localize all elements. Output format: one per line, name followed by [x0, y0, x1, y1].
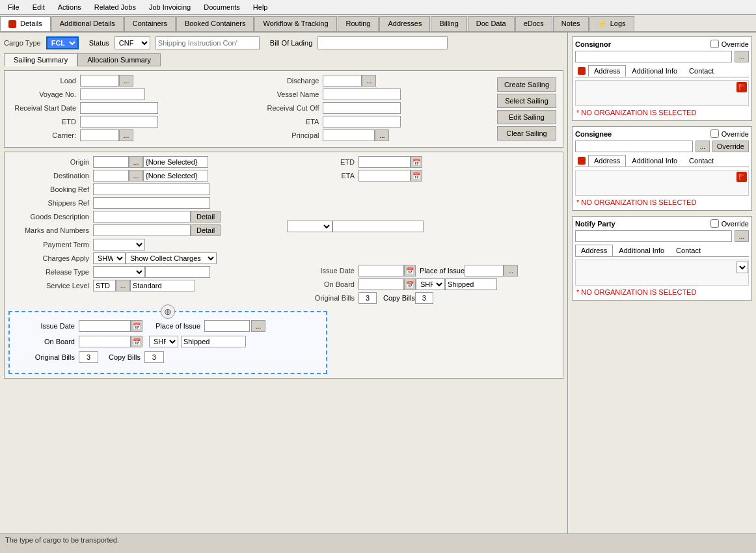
- menu-job-invoicing[interactable]: Job Invoicing: [146, 2, 193, 12]
- vessel-name-input[interactable]: [323, 88, 401, 100]
- consignee-tab-address[interactable]: Address: [588, 155, 626, 167]
- status-select[interactable]: CNF: [115, 36, 150, 49]
- marks-numbers-detail-button[interactable]: Detail: [191, 224, 221, 236]
- service-level-browse[interactable]: ...: [116, 280, 130, 291]
- payment-term-select[interactable]: [93, 239, 145, 250]
- notify-party-browse[interactable]: ...: [735, 230, 749, 242]
- consignor-input[interactable]: [575, 51, 732, 62]
- bill-of-lading-input[interactable]: [317, 36, 448, 49]
- tab-containers[interactable]: Containers: [124, 16, 176, 31]
- select-sailing-button[interactable]: Select Sailing: [497, 94, 556, 108]
- popup-on-board-calendar[interactable]: 📅: [131, 336, 142, 347]
- booking-type-select[interactable]: [287, 221, 332, 232]
- etd-calendar-btn[interactable]: 📅: [411, 156, 422, 168]
- load-browse[interactable]: ...: [119, 75, 133, 87]
- consignor-browse[interactable]: ...: [735, 51, 749, 62]
- eta-right-input[interactable]: [358, 170, 411, 182]
- move-handle[interactable]: ⊕: [161, 304, 175, 319]
- cargo-type-select[interactable]: FCL: [46, 36, 79, 49]
- place-of-issue-browse[interactable]: ...: [504, 265, 518, 276]
- discharge-browse[interactable]: ...: [362, 75, 376, 87]
- sub-tab-sailing-summary[interactable]: Sailing Summary: [4, 53, 77, 66]
- marks-numbers-input[interactable]: [93, 224, 191, 236]
- consignee-input[interactable]: [575, 141, 693, 152]
- consignor-address-input[interactable]: [577, 82, 734, 94]
- consignor-tab-contact[interactable]: Contact: [683, 65, 720, 77]
- popup-shipped-input[interactable]: [181, 336, 246, 347]
- menu-edit[interactable]: Edit: [30, 2, 47, 12]
- consignor-override-checkbox[interactable]: [710, 40, 719, 48]
- voyage-no-input[interactable]: [80, 88, 145, 100]
- principal-browse[interactable]: ...: [375, 129, 389, 141]
- popup-on-board-input[interactable]: [79, 336, 131, 347]
- origin-browse[interactable]: ...: [129, 156, 143, 168]
- menu-documents[interactable]: Documents: [201, 2, 243, 12]
- eta-input[interactable]: [323, 116, 401, 128]
- notify-party-tab-address[interactable]: Address: [575, 245, 613, 256]
- tab-routing[interactable]: Routing: [338, 16, 379, 31]
- goods-description-input[interactable]: [93, 211, 191, 223]
- on-board-calendar[interactable]: 📅: [404, 278, 416, 290]
- carrier-browse[interactable]: ...: [119, 129, 133, 141]
- tab-addresses[interactable]: Addresses: [379, 16, 430, 31]
- notify-party-tab-contact[interactable]: Contact: [670, 245, 707, 256]
- origin-code-input[interactable]: [93, 156, 129, 168]
- issue-date-input[interactable]: [358, 265, 404, 276]
- principal-input[interactable]: [323, 129, 375, 141]
- popup-place-of-issue-input[interactable]: [204, 320, 250, 332]
- receival-cut-off-input[interactable]: [323, 102, 401, 114]
- shipped-input[interactable]: [445, 278, 497, 290]
- consignee-address-input[interactable]: [577, 172, 734, 183]
- popup-issue-date-calendar[interactable]: 📅: [131, 320, 142, 332]
- clear-sailing-button[interactable]: Clear Sailing: [497, 126, 556, 141]
- shipping-instruction-input[interactable]: [155, 36, 260, 49]
- goods-description-detail-button[interactable]: Detail: [191, 211, 221, 223]
- service-level-value-input[interactable]: [130, 280, 195, 291]
- discharge-input[interactable]: [323, 75, 362, 87]
- receival-start-date-input[interactable]: [80, 102, 158, 114]
- issue-date-calendar[interactable]: 📅: [404, 265, 416, 276]
- destination-code-input[interactable]: [93, 170, 129, 182]
- popup-issue-date-input[interactable]: [79, 320, 131, 332]
- popup-place-of-issue-browse[interactable]: ...: [251, 320, 265, 332]
- create-sailing-button[interactable]: Create Sailing: [497, 77, 556, 92]
- show-collect-charges-select[interactable]: Show Collect Charges: [126, 252, 217, 264]
- tab-edocs[interactable]: eDocs: [515, 16, 552, 31]
- release-type-input[interactable]: [145, 266, 210, 278]
- tab-details[interactable]: Details: [0, 16, 51, 31]
- notify-party-tab-additional-info[interactable]: Additional Info: [613, 245, 670, 256]
- popup-shp-select[interactable]: SHP: [149, 336, 178, 347]
- tab-billing[interactable]: Billing: [431, 16, 466, 31]
- release-type-select[interactable]: [93, 266, 145, 278]
- shippers-ref-input[interactable]: [93, 197, 210, 209]
- load-input[interactable]: [80, 75, 119, 87]
- service-level-code-input[interactable]: [93, 280, 116, 291]
- tab-workflow-tracking[interactable]: Workflow & Tracking: [254, 16, 336, 31]
- etd-right-input[interactable]: [358, 156, 411, 168]
- notify-party-address-input[interactable]: [577, 262, 734, 273]
- edit-sailing-button[interactable]: Edit Sailing: [497, 110, 556, 124]
- menu-file[interactable]: File: [5, 2, 22, 12]
- origin-name-input[interactable]: [143, 156, 208, 168]
- tab-booked-containers[interactable]: Booked Containers: [176, 16, 254, 31]
- carrier-input[interactable]: [80, 129, 119, 141]
- tab-additional-details[interactable]: Additional Details: [51, 16, 124, 31]
- booking-ref-input[interactable]: [93, 183, 210, 195]
- popup-copy-bills-input[interactable]: [144, 351, 164, 363]
- original-bills-input[interactable]: [358, 292, 377, 304]
- notify-party-override-checkbox[interactable]: [710, 219, 719, 228]
- menu-actions[interactable]: Actions: [55, 2, 84, 12]
- tab-logs[interactable]: ⚡ Logs: [589, 16, 634, 31]
- tab-notes[interactable]: Notes: [553, 16, 589, 31]
- popup-original-bills-input[interactable]: [79, 351, 98, 363]
- on-board-input[interactable]: [358, 278, 404, 290]
- booking-value-input[interactable]: [332, 221, 424, 232]
- notify-party-input[interactable]: [575, 230, 732, 242]
- menu-help[interactable]: Help: [250, 2, 271, 12]
- destination-name-input[interactable]: [143, 170, 208, 182]
- consignee-override-button[interactable]: Override: [712, 141, 749, 152]
- charges-apply-select[interactable]: SHW: [93, 252, 126, 264]
- place-of-issue-input[interactable]: [465, 265, 504, 276]
- consignee-tab-contact[interactable]: Contact: [683, 155, 720, 167]
- consignee-override-checkbox[interactable]: [710, 129, 719, 138]
